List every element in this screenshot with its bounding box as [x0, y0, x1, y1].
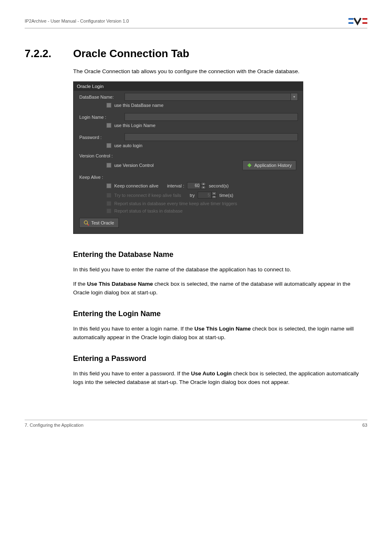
- svg-rect-2: [362, 18, 367, 20]
- keepalive-label: Keep Alive :: [79, 175, 125, 180]
- report-tasks-checkbox[interactable]: [106, 208, 111, 213]
- breadcrumb: IP2Archive - User Manual - Configurator …: [25, 18, 129, 23]
- password-label: Password :: [79, 135, 125, 140]
- interval-input[interactable]: 60: [187, 182, 201, 189]
- application-history-button[interactable]: Application History: [242, 160, 296, 170]
- report-status-checkbox[interactable]: [106, 201, 111, 206]
- db-para2: If the Use This Database Name check box …: [73, 280, 367, 297]
- panel-title: Oracle Login: [74, 82, 303, 91]
- spin-down-icon[interactable]: ▼: [212, 195, 217, 199]
- auto-login-checkbox[interactable]: [106, 143, 111, 148]
- history-icon: [247, 163, 252, 168]
- test-button-label: Test Oracle: [91, 220, 114, 225]
- pw-heading: Entering a Password: [73, 354, 367, 363]
- oracle-login-panel: Oracle Login DataBase Name: ▼ use this D…: [73, 81, 303, 234]
- test-oracle-button[interactable]: Test Oracle: [79, 218, 119, 228]
- spin-up-icon[interactable]: ▲: [201, 182, 206, 186]
- db-heading: Entering the Database Name: [73, 250, 367, 259]
- pw-para: In this field you have to enter a passwo…: [73, 370, 367, 387]
- report-tasks-label: Report status of tasks in database: [114, 208, 182, 213]
- login-heading: Entering the Login Name: [73, 310, 367, 318]
- footer-left: 7. Configuring the Application: [25, 423, 83, 428]
- page-footer: 7. Configuring the Application 63: [25, 420, 367, 428]
- version-control-label: use Version Control: [114, 163, 154, 168]
- spin-up-icon[interactable]: ▲: [212, 192, 217, 195]
- section-number: 7.2.2.: [25, 47, 73, 60]
- version-label: Version Control :: [79, 153, 125, 158]
- reconnect-checkbox[interactable]: [106, 193, 111, 198]
- report-status-label: Report status in database every time kee…: [114, 201, 237, 206]
- interval-unit: second(s): [209, 183, 228, 188]
- login-input[interactable]: [125, 113, 298, 121]
- version-control-checkbox[interactable]: [106, 163, 111, 168]
- login-label: Login Name :: [79, 115, 125, 120]
- reconnect-label: Try to reconnect if keep alive fails: [114, 193, 181, 198]
- section-heading: 7.2.2. Oracle Connection Tab: [25, 47, 367, 60]
- page-header: IP2Archive - User Manual - Configurator …: [25, 16, 367, 28]
- database-input[interactable]: [125, 93, 291, 101]
- test-icon: [84, 220, 89, 225]
- try-unit: time(s): [219, 193, 233, 198]
- keep-connection-checkbox[interactable]: [106, 183, 111, 188]
- try-input[interactable]: 5: [198, 192, 212, 199]
- spin-down-icon[interactable]: ▼: [201, 186, 206, 190]
- use-database-label: use this DataBase name: [114, 103, 164, 108]
- section-intro: The Oracle Connection tab allows you to …: [73, 67, 367, 76]
- use-database-checkbox[interactable]: [106, 103, 111, 108]
- footer-page-number: 63: [362, 423, 367, 428]
- svg-rect-0: [348, 18, 353, 20]
- interval-label: interval :: [167, 183, 184, 188]
- logo: [348, 16, 367, 25]
- history-button-label: Application History: [254, 163, 292, 168]
- svg-rect-1: [348, 22, 353, 24]
- section-title: Oracle Connection Tab: [73, 47, 189, 60]
- database-label: DataBase Name:: [79, 95, 125, 99]
- use-login-label: use this Login Name: [114, 123, 155, 128]
- keep-connection-label: Keep connection alive: [114, 183, 159, 188]
- svg-rect-3: [362, 22, 367, 24]
- use-login-checkbox[interactable]: [106, 123, 111, 128]
- svg-point-6: [88, 224, 89, 226]
- login-para: In this field you have to enter a login …: [73, 325, 367, 342]
- svg-point-4: [84, 221, 88, 224]
- password-input[interactable]: [125, 133, 298, 141]
- auto-login-label: use auto login: [114, 143, 143, 148]
- try-label: try: [190, 193, 195, 198]
- database-dropdown-icon[interactable]: ▼: [291, 93, 298, 101]
- db-para1: In this field you have to enter the name…: [73, 266, 367, 274]
